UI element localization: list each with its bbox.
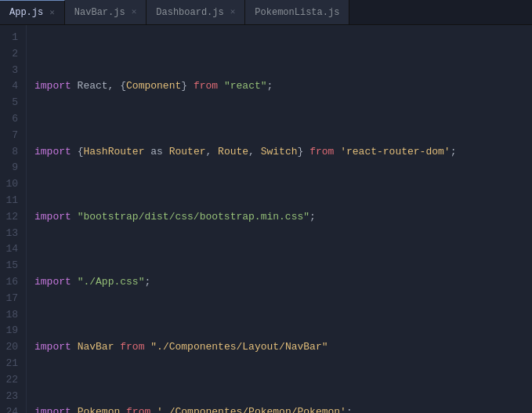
code-line-1: import React, {Component} from "react"; [34, 78, 532, 95]
editor-window: App.js ✕ NavBar.js ✕ Dashboard.js ✕ Poke… [0, 0, 532, 413]
tab-label: PokemonLista.js [255, 7, 339, 18]
tab-navbar-js[interactable]: NavBar.js ✕ [65, 0, 147, 24]
code-line-6: import Pokemon from './Componentes/Pokem… [34, 404, 532, 413]
tab-close-dashboard[interactable]: ✕ [230, 8, 236, 16]
tab-close-navbar[interactable]: ✕ [132, 8, 137, 16]
code-line-4: import "./App.css"; [34, 274, 532, 291]
tab-dashboard-js[interactable]: Dashboard.js ✕ [147, 0, 245, 24]
tab-pokemonlista-js[interactable]: PokemonLista.js [245, 0, 349, 24]
code-line-5: import NavBar from "./Componentes/Layout… [34, 339, 532, 356]
tab-label: NavBar.js [74, 7, 125, 18]
tab-close-app[interactable]: ✕ [49, 9, 55, 17]
editor-body: 1 2 3 4 5 6 7 8 9 10 11 12 13 14 15 16 1… [0, 25, 532, 413]
code-line-3: import "bootstrap/dist/css/bootstrap.min… [34, 209, 532, 226]
tab-label: Dashboard.js [156, 7, 223, 18]
code-area[interactable]: import React, {Component} from "react"; … [27, 25, 532, 413]
tab-bar: App.js ✕ NavBar.js ✕ Dashboard.js ✕ Poke… [0, 0, 532, 25]
tab-label: App.js [9, 7, 43, 18]
tab-app-js[interactable]: App.js ✕ [0, 0, 65, 24]
code-line-2: import {HashRouter as Router, Route, Swi… [34, 144, 532, 161]
line-numbers: 1 2 3 4 5 6 7 8 9 10 11 12 13 14 15 16 1… [0, 25, 27, 413]
